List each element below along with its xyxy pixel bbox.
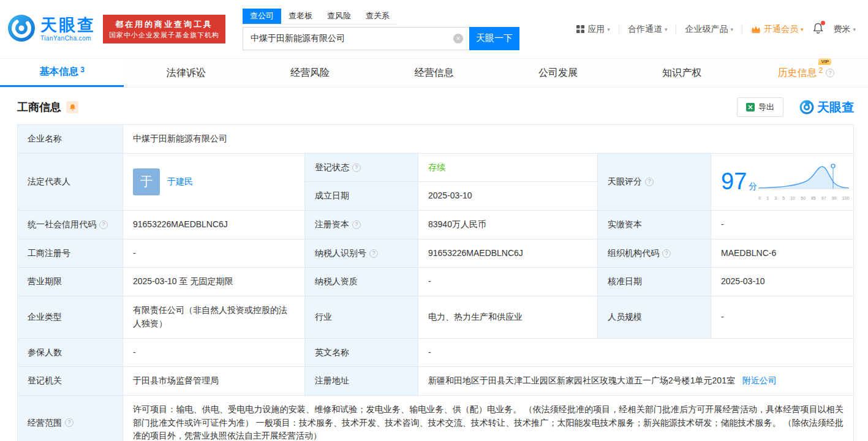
section-title: 工商信息 [17, 100, 61, 115]
nearby-companies-link[interactable]: 附近公司 [742, 375, 777, 385]
business-scope-value: 许可项目：输电、供电、受电电力设施的安装、维修和试验；发电业务、输电业务、供（配… [123, 395, 854, 441]
table-row: 参保人数 - 英文名称 - [18, 338, 854, 367]
legal-rep-label: 法定代表人 [18, 153, 123, 210]
promo-badge: 都在用的商业查询工具 国家中小企业发展子基金旗下机构 [103, 15, 225, 43]
search-tab-relation[interactable]: 查关系 [358, 9, 397, 24]
chevron-down-icon: ▾ [607, 26, 610, 32]
score-label: 天眼评分 ? [598, 153, 711, 210]
business-scope-label: 经营范围 ? [18, 395, 123, 441]
reg-capital-label: 注册资本 ? [305, 211, 418, 239]
industry-value: 电力、热力生产和供应业 [418, 296, 598, 338]
business-term-label: 营业期限 [18, 268, 123, 296]
divider [619, 25, 619, 34]
chevron-down-icon: ▾ [665, 26, 668, 32]
table-row: 统一社会信用代码 ? 91653226MAEDBLNC6J 注册资本 ? 839… [18, 211, 854, 239]
establish-date-label: 成立日期 [305, 182, 418, 211]
org-code-value: MAEDBLNC-6 [711, 239, 854, 268]
reg-number-value: - [123, 239, 305, 268]
registry-value: 于田县市场监督管理局 [123, 367, 305, 396]
tab-basic-info[interactable]: 基本信息 3 [0, 59, 124, 87]
score-cell: 97分 01 35 1050 8597 9910 [711, 153, 854, 210]
watermark-text: 天眼查 [817, 99, 854, 116]
tianyancha-logo-icon [7, 14, 36, 45]
search-tab-boss[interactable]: 查老板 [281, 9, 320, 24]
monitor-bell-icon[interactable] [66, 101, 78, 113]
top-header: 天眼查 TianYanCha.com 都在用的商业查询工具 国家中小企业发展子基… [0, 0, 868, 58]
help-icon[interactable]: ? [352, 164, 361, 172]
nav-open-vip[interactable]: 开通会员 ▾ [751, 24, 804, 35]
search-tab-risk[interactable]: 查风险 [320, 9, 358, 24]
tab-history-info[interactable]: 历史信息 VIP 2 ? [744, 59, 868, 87]
help-icon[interactable]: ? [352, 221, 361, 229]
nav-user[interactable]: 费米 ▾ [833, 24, 856, 35]
english-name-label: 英文名称 [305, 338, 418, 367]
help-icon[interactable]: ? [826, 69, 834, 77]
tab-intellectual-property[interactable]: 知识产权 [620, 59, 744, 87]
clear-icon[interactable]: ✕ [453, 34, 463, 43]
table-row: 企业名称 中煤于田新能源有限公司 [18, 125, 854, 154]
avatar[interactable]: 于 [133, 168, 160, 195]
nav-apps[interactable]: 应用 ▾ [576, 24, 610, 35]
legal-rep-cell: 于 于建民 [123, 153, 305, 210]
tianyancha-logo[interactable]: 天眼查 TianYanCha.com [7, 14, 96, 45]
tab-legal-proceedings[interactable]: 法律诉讼 [124, 59, 247, 87]
vip-badge: VIP [818, 58, 831, 65]
help-icon[interactable]: ? [99, 221, 108, 229]
paid-capital-label: 实缴资本 [598, 211, 711, 239]
table-row: 登记机关 于田县市场监督管理局 注册地址 新疆和田地区于田县天津工业园区新家园社… [18, 367, 854, 396]
tab-business-info[interactable]: 经营信息 [372, 59, 496, 87]
taxpayer-quality-value: - [418, 268, 598, 296]
reg-capital-value: 83940万人民币 [418, 211, 598, 239]
reg-status-label: 登记状态 ? [305, 153, 418, 182]
help-icon[interactable]: ? [65, 418, 74, 427]
tianyan-score: 97分 [721, 164, 757, 200]
help-icon[interactable]: ? [369, 249, 378, 258]
reg-status-value: 存续 [418, 153, 598, 182]
logo-domain: TianYanCha.com [40, 35, 96, 42]
help-icon[interactable]: ? [662, 249, 671, 258]
nav-enterprise[interactable]: 企业级产品 ▾ [685, 24, 733, 35]
logo-name: 天眼查 [40, 17, 96, 35]
crown-icon [751, 25, 761, 33]
notification-bell-icon[interactable] [813, 23, 823, 36]
table-row: 经营范围 ? 许可项目：输电、供电、受电电力设施的安装、维修和试验；发电业务、输… [18, 395, 854, 441]
paid-capital-value: - [711, 211, 854, 239]
business-term-value: 2025-03-10 至 无固定期限 [123, 268, 305, 296]
taxpayer-id-label: 纳税人识别号 ? [305, 239, 418, 268]
table-row: 工商注册号 - 纳税人识别号 ? 91653226MAEDBLNC6J 组织机构… [18, 239, 854, 268]
search-input[interactable] [243, 27, 469, 50]
chevron-down-icon: ▾ [853, 26, 856, 32]
excel-icon [746, 103, 755, 111]
establish-date-value: 2025-03-10 [418, 182, 598, 211]
table-row: 企业类型 有限责任公司（非自然人投资或控股的法人独资） 行业 电力、热力生产和供… [18, 296, 854, 338]
search-button[interactable]: 天眼一下 [469, 27, 519, 50]
tab-operating-risk[interactable]: 经营风险 [248, 59, 372, 87]
tianyancha-watermark: 天眼查 [799, 99, 854, 116]
section-header: 工商信息 导出 天眼查 [0, 88, 868, 124]
credit-code-value: 91653226MAEDBLNC6J [123, 211, 305, 239]
org-code-label: 组织机构代码 ? [598, 239, 711, 268]
tab-count: 3 [80, 66, 85, 74]
approval-date-label: 核准日期 [598, 268, 711, 296]
company-name-label: 企业名称 [18, 125, 123, 154]
company-type-label: 企业类型 [18, 296, 123, 338]
taxpayer-id-value: 91653226MAEDBLNC6J [418, 239, 598, 268]
legal-rep-link[interactable]: 于建民 [167, 175, 193, 189]
address-value: 新疆和田地区于田县天津工业园区新家园社区玫瑰大道五一广场2号楼1单元201室 [428, 375, 735, 385]
export-button[interactable]: 导出 [737, 97, 783, 117]
insured-count-value: - [123, 338, 305, 367]
registry-label: 登记机关 [18, 367, 123, 396]
tab-company-development[interactable]: 公司发展 [496, 59, 620, 87]
help-icon[interactable]: ? [645, 178, 654, 186]
english-name-value: - [418, 338, 854, 367]
table-row: 营业期限 2025-03-10 至 无固定期限 纳税人资质 - 核准日期 202… [18, 268, 854, 296]
industry-label: 行业 [305, 296, 418, 338]
tab-count: 2 [818, 66, 823, 75]
nav-partner[interactable]: 合作通道 ▾ [628, 24, 668, 35]
staff-size-label: 人员规模 [598, 296, 711, 338]
search-tab-company[interactable]: 查公司 [243, 9, 281, 24]
score-distribution-chart: 01 35 1050 8597 99100 [757, 162, 850, 202]
business-info-table: 企业名称 中煤于田新能源有限公司 法定代表人 于 于建民 登记状态 ? 存续 天… [17, 124, 854, 441]
chevron-down-icon: ▾ [801, 26, 804, 32]
company-type-value: 有限责任公司（非自然人投资或控股的法人独资） [123, 296, 305, 338]
